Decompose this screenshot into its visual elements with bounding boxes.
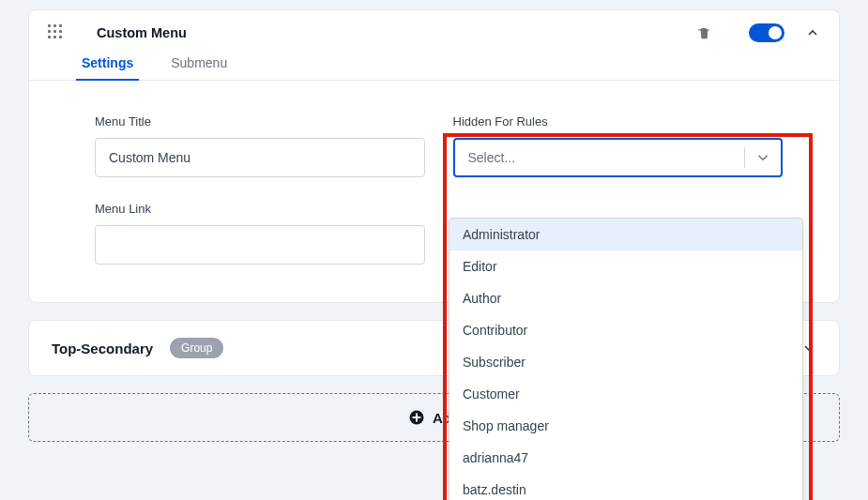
card-title: Custom Menu — [97, 25, 187, 40]
option-subscriber[interactable]: Subscriber — [449, 346, 802, 378]
select-separator — [744, 147, 745, 168]
menu-title-input[interactable] — [95, 138, 425, 177]
hidden-rules-select[interactable]: Select... — [453, 138, 784, 177]
group-badge: Group — [170, 338, 223, 358]
enable-toggle[interactable] — [749, 23, 784, 42]
option-customer[interactable]: Customer — [449, 378, 802, 410]
menu-title-label: Menu Title — [95, 114, 425, 129]
option-user-1[interactable]: adrianna47 — [449, 442, 802, 474]
option-shop-manager[interactable]: Shop manager — [449, 410, 802, 442]
menu-link-input[interactable] — [95, 225, 425, 265]
chevron-up-icon[interactable] — [805, 25, 820, 40]
trash-icon[interactable] — [696, 24, 711, 41]
option-contributor[interactable]: Contributor — [449, 314, 802, 346]
hidden-for-rules-label: Hidden For Rules — [453, 114, 784, 129]
card-header: Custom Menu — [29, 10, 839, 42]
chevron-down-icon[interactable] — [801, 341, 816, 356]
option-user-2[interactable]: batz.destin — [449, 474, 802, 500]
option-administrator[interactable]: Administrator — [449, 219, 802, 250]
tabs: Settings Submenu — [29, 42, 839, 81]
select-placeholder: Select... — [468, 150, 516, 165]
dropdown-options-list[interactable]: Administrator Editor Author Contributor … — [449, 218, 803, 500]
plus-circle-icon — [408, 409, 425, 426]
tab-submenu[interactable]: Submenu — [165, 55, 233, 80]
option-editor[interactable]: Editor — [449, 250, 802, 282]
top-secondary-title: Top-Secondary — [52, 341, 153, 356]
menu-link-label: Menu Link — [95, 202, 425, 216]
drag-handle-icon[interactable] — [48, 24, 65, 41]
chevron-down-icon — [754, 149, 771, 166]
option-author[interactable]: Author — [449, 282, 802, 314]
tab-settings[interactable]: Settings — [76, 55, 139, 80]
